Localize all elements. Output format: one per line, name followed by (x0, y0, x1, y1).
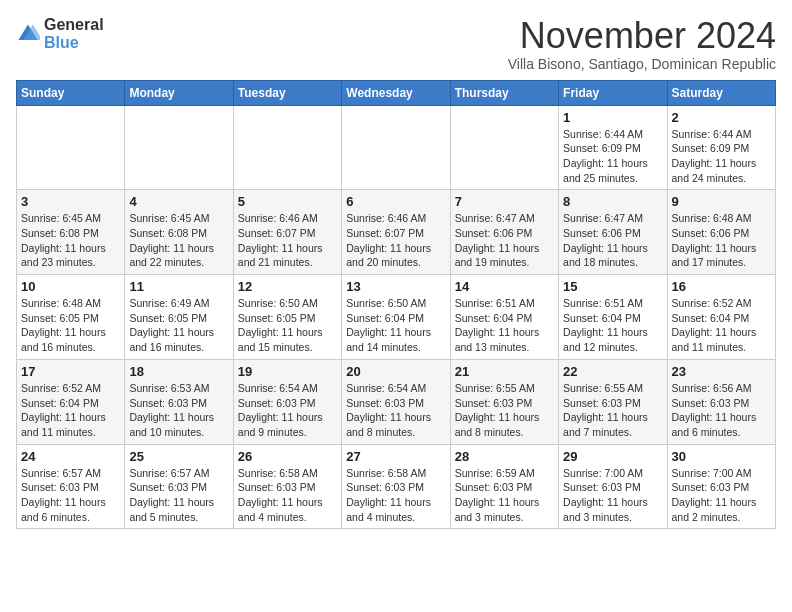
calendar-header-thursday: Thursday (450, 80, 558, 105)
day-info: Sunrise: 6:50 AM Sunset: 6:05 PM Dayligh… (238, 296, 337, 355)
calendar-week-row: 1Sunrise: 6:44 AM Sunset: 6:09 PM Daylig… (17, 105, 776, 190)
day-number: 2 (672, 110, 771, 125)
day-info: Sunrise: 7:00 AM Sunset: 6:03 PM Dayligh… (672, 466, 771, 525)
calendar-cell: 1Sunrise: 6:44 AM Sunset: 6:09 PM Daylig… (559, 105, 667, 190)
calendar-header-monday: Monday (125, 80, 233, 105)
calendar-cell: 17Sunrise: 6:52 AM Sunset: 6:04 PM Dayli… (17, 359, 125, 444)
calendar-cell: 23Sunrise: 6:56 AM Sunset: 6:03 PM Dayli… (667, 359, 775, 444)
calendar-cell: 25Sunrise: 6:57 AM Sunset: 6:03 PM Dayli… (125, 444, 233, 529)
month-title: November 2024 (508, 16, 776, 56)
day-number: 4 (129, 194, 228, 209)
calendar-cell: 27Sunrise: 6:58 AM Sunset: 6:03 PM Dayli… (342, 444, 450, 529)
calendar-cell: 12Sunrise: 6:50 AM Sunset: 6:05 PM Dayli… (233, 275, 341, 360)
calendar-header-wednesday: Wednesday (342, 80, 450, 105)
day-info: Sunrise: 6:59 AM Sunset: 6:03 PM Dayligh… (455, 466, 554, 525)
page-header: General Blue November 2024 Villa Bisono,… (16, 16, 776, 72)
calendar-cell: 10Sunrise: 6:48 AM Sunset: 6:05 PM Dayli… (17, 275, 125, 360)
day-info: Sunrise: 6:47 AM Sunset: 6:06 PM Dayligh… (563, 211, 662, 270)
day-info: Sunrise: 6:57 AM Sunset: 6:03 PM Dayligh… (129, 466, 228, 525)
logo-text-general: General (44, 16, 104, 34)
calendar-header-friday: Friday (559, 80, 667, 105)
calendar-week-row: 17Sunrise: 6:52 AM Sunset: 6:04 PM Dayli… (17, 359, 776, 444)
day-info: Sunrise: 6:58 AM Sunset: 6:03 PM Dayligh… (238, 466, 337, 525)
day-info: Sunrise: 6:48 AM Sunset: 6:05 PM Dayligh… (21, 296, 120, 355)
day-info: Sunrise: 6:46 AM Sunset: 6:07 PM Dayligh… (238, 211, 337, 270)
calendar-cell: 4Sunrise: 6:45 AM Sunset: 6:08 PM Daylig… (125, 190, 233, 275)
day-number: 14 (455, 279, 554, 294)
day-number: 5 (238, 194, 337, 209)
calendar-cell: 9Sunrise: 6:48 AM Sunset: 6:06 PM Daylig… (667, 190, 775, 275)
calendar-table: SundayMondayTuesdayWednesdayThursdayFrid… (16, 80, 776, 530)
day-number: 25 (129, 449, 228, 464)
calendar-cell: 11Sunrise: 6:49 AM Sunset: 6:05 PM Dayli… (125, 275, 233, 360)
day-info: Sunrise: 6:49 AM Sunset: 6:05 PM Dayligh… (129, 296, 228, 355)
logo-icon (16, 22, 40, 46)
day-number: 26 (238, 449, 337, 464)
calendar-cell (17, 105, 125, 190)
calendar-cell: 7Sunrise: 6:47 AM Sunset: 6:06 PM Daylig… (450, 190, 558, 275)
calendar-cell: 3Sunrise: 6:45 AM Sunset: 6:08 PM Daylig… (17, 190, 125, 275)
title-block: November 2024 Villa Bisono, Santiago, Do… (508, 16, 776, 72)
calendar-cell: 26Sunrise: 6:58 AM Sunset: 6:03 PM Dayli… (233, 444, 341, 529)
day-info: Sunrise: 6:54 AM Sunset: 6:03 PM Dayligh… (238, 381, 337, 440)
day-info: Sunrise: 6:55 AM Sunset: 6:03 PM Dayligh… (455, 381, 554, 440)
day-number: 10 (21, 279, 120, 294)
day-number: 18 (129, 364, 228, 379)
calendar-cell: 21Sunrise: 6:55 AM Sunset: 6:03 PM Dayli… (450, 359, 558, 444)
calendar-cell: 8Sunrise: 6:47 AM Sunset: 6:06 PM Daylig… (559, 190, 667, 275)
day-info: Sunrise: 6:56 AM Sunset: 6:03 PM Dayligh… (672, 381, 771, 440)
calendar-cell: 6Sunrise: 6:46 AM Sunset: 6:07 PM Daylig… (342, 190, 450, 275)
day-info: Sunrise: 6:58 AM Sunset: 6:03 PM Dayligh… (346, 466, 445, 525)
day-number: 19 (238, 364, 337, 379)
day-number: 22 (563, 364, 662, 379)
day-number: 9 (672, 194, 771, 209)
day-number: 13 (346, 279, 445, 294)
day-info: Sunrise: 6:53 AM Sunset: 6:03 PM Dayligh… (129, 381, 228, 440)
day-number: 12 (238, 279, 337, 294)
day-number: 8 (563, 194, 662, 209)
day-info: Sunrise: 6:52 AM Sunset: 6:04 PM Dayligh… (21, 381, 120, 440)
calendar-header-row: SundayMondayTuesdayWednesdayThursdayFrid… (17, 80, 776, 105)
day-info: Sunrise: 6:54 AM Sunset: 6:03 PM Dayligh… (346, 381, 445, 440)
day-info: Sunrise: 7:00 AM Sunset: 6:03 PM Dayligh… (563, 466, 662, 525)
day-info: Sunrise: 6:57 AM Sunset: 6:03 PM Dayligh… (21, 466, 120, 525)
calendar-header-tuesday: Tuesday (233, 80, 341, 105)
day-number: 24 (21, 449, 120, 464)
calendar-header-saturday: Saturday (667, 80, 775, 105)
day-number: 11 (129, 279, 228, 294)
calendar-cell (233, 105, 341, 190)
logo-text-blue: Blue (44, 34, 104, 52)
calendar-cell: 29Sunrise: 7:00 AM Sunset: 6:03 PM Dayli… (559, 444, 667, 529)
day-info: Sunrise: 6:45 AM Sunset: 6:08 PM Dayligh… (129, 211, 228, 270)
calendar-cell: 15Sunrise: 6:51 AM Sunset: 6:04 PM Dayli… (559, 275, 667, 360)
day-number: 20 (346, 364, 445, 379)
calendar-cell: 24Sunrise: 6:57 AM Sunset: 6:03 PM Dayli… (17, 444, 125, 529)
day-info: Sunrise: 6:46 AM Sunset: 6:07 PM Dayligh… (346, 211, 445, 270)
day-number: 15 (563, 279, 662, 294)
calendar-header-sunday: Sunday (17, 80, 125, 105)
day-number: 29 (563, 449, 662, 464)
calendar-cell (450, 105, 558, 190)
day-number: 30 (672, 449, 771, 464)
calendar-cell: 14Sunrise: 6:51 AM Sunset: 6:04 PM Dayli… (450, 275, 558, 360)
calendar-cell: 28Sunrise: 6:59 AM Sunset: 6:03 PM Dayli… (450, 444, 558, 529)
day-info: Sunrise: 6:51 AM Sunset: 6:04 PM Dayligh… (563, 296, 662, 355)
day-number: 17 (21, 364, 120, 379)
calendar-cell: 18Sunrise: 6:53 AM Sunset: 6:03 PM Dayli… (125, 359, 233, 444)
logo: General Blue (16, 16, 104, 51)
calendar-week-row: 3Sunrise: 6:45 AM Sunset: 6:08 PM Daylig… (17, 190, 776, 275)
day-info: Sunrise: 6:51 AM Sunset: 6:04 PM Dayligh… (455, 296, 554, 355)
calendar-cell: 22Sunrise: 6:55 AM Sunset: 6:03 PM Dayli… (559, 359, 667, 444)
day-number: 23 (672, 364, 771, 379)
location-subtitle: Villa Bisono, Santiago, Dominican Republ… (508, 56, 776, 72)
day-info: Sunrise: 6:47 AM Sunset: 6:06 PM Dayligh… (455, 211, 554, 270)
day-info: Sunrise: 6:55 AM Sunset: 6:03 PM Dayligh… (563, 381, 662, 440)
day-info: Sunrise: 6:44 AM Sunset: 6:09 PM Dayligh… (672, 127, 771, 186)
calendar-week-row: 24Sunrise: 6:57 AM Sunset: 6:03 PM Dayli… (17, 444, 776, 529)
day-number: 3 (21, 194, 120, 209)
day-info: Sunrise: 6:52 AM Sunset: 6:04 PM Dayligh… (672, 296, 771, 355)
day-number: 21 (455, 364, 554, 379)
day-number: 1 (563, 110, 662, 125)
day-info: Sunrise: 6:48 AM Sunset: 6:06 PM Dayligh… (672, 211, 771, 270)
calendar-week-row: 10Sunrise: 6:48 AM Sunset: 6:05 PM Dayli… (17, 275, 776, 360)
